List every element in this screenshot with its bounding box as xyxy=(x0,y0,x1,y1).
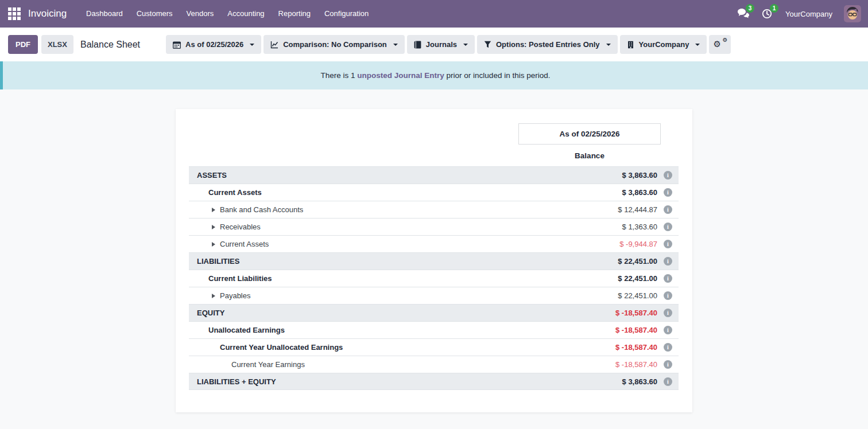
info-icon[interactable]: i xyxy=(664,223,672,231)
chevron-down-icon xyxy=(393,44,398,46)
options-filter-button[interactable]: Options: Posted Entries Only xyxy=(477,35,618,54)
export-xlsx-button[interactable]: XLSX xyxy=(41,35,73,54)
nav-item-configuration[interactable]: Configuration xyxy=(317,0,375,28)
info-icon[interactable]: i xyxy=(664,326,672,334)
row-label: Current Assets xyxy=(208,188,262,197)
info-icon[interactable]: i xyxy=(664,257,672,266)
balance-column-label: Balance xyxy=(518,151,661,160)
banner-text-before: There is 1 xyxy=(321,71,358,80)
row-label: Current Year Unallocated Earnings xyxy=(220,343,343,352)
table-row[interactable]: Bank and Cash Accounts$ 12,444.87i xyxy=(189,201,679,218)
control-panel: PDF XLSX Balance Sheet As of 02/25/2026 … xyxy=(0,28,868,61)
row-label: Receivables xyxy=(220,223,261,231)
row-label: EQUITY xyxy=(197,309,224,317)
balance-sheet-card: As of 02/25/2026 Balance ASSETS$ 3,863.6… xyxy=(176,109,692,412)
row-value: $ -18,587.40 xyxy=(615,326,657,334)
company-filter-button[interactable]: YourCompany xyxy=(620,35,707,54)
messages-count-badge: 3 xyxy=(746,4,754,13)
table-row[interactable]: Receivables$ 1,363.60i xyxy=(189,218,679,235)
table-row[interactable]: Current Liabilities$ 22,451.00i xyxy=(189,270,679,287)
report-table: ASSETS$ 3,863.60iCurrent Assets$ 3,863.6… xyxy=(189,166,679,390)
messages-icon[interactable]: 3 xyxy=(737,8,750,20)
table-row[interactable]: Current Year Earnings$ -18,587.40i xyxy=(189,356,679,373)
page-title: Balance Sheet xyxy=(80,40,140,50)
row-label: Current Assets xyxy=(220,240,269,248)
nav-item-reporting[interactable]: Reporting xyxy=(272,0,317,28)
caret-right-icon xyxy=(212,208,215,212)
info-icon[interactable]: i xyxy=(664,360,672,369)
unposted-journal-entry-link[interactable]: unposted Journal Entry xyxy=(357,71,444,80)
row-label: Current Year Earnings xyxy=(231,360,305,369)
app-name[interactable]: Invoicing xyxy=(28,8,67,20)
date-filter-label: As of 02/25/2026 xyxy=(185,40,243,49)
table-row[interactable]: Current Year Unallocated Earnings$ -18,5… xyxy=(189,338,679,356)
company-building-icon xyxy=(627,41,634,49)
table-row[interactable]: Payables$ 22,451.00i xyxy=(189,287,679,304)
nav-item-accounting[interactable]: Accounting xyxy=(220,0,271,28)
export-pdf-button[interactable]: PDF xyxy=(8,35,38,54)
info-icon[interactable]: i xyxy=(664,274,672,283)
row-label: LIABILITIES xyxy=(197,257,239,266)
row-value: $ 22,451.00 xyxy=(618,257,657,266)
row-label: Current Liabilities xyxy=(208,274,272,283)
top-navbar: Invoicing Dashboard Customers Vendors Ac… xyxy=(0,0,868,28)
table-row[interactable]: Unallocated Earnings$ -18,587.40i xyxy=(189,321,679,338)
caret-right-icon xyxy=(212,225,215,229)
info-icon[interactable]: i xyxy=(664,171,672,180)
chevron-down-icon xyxy=(695,44,700,46)
info-icon[interactable]: i xyxy=(664,377,672,386)
table-row[interactable]: ASSETS$ 3,863.60i xyxy=(189,166,679,184)
user-company-name[interactable]: YourCompany xyxy=(785,10,832,18)
info-icon[interactable]: i xyxy=(664,188,672,197)
report-settings-button[interactable]: ⚙ ⚙ xyxy=(709,35,731,54)
unposted-entries-banner: There is 1 unposted Journal Entry prior … xyxy=(0,61,868,89)
info-icon[interactable]: i xyxy=(664,309,672,317)
filter-bar: As of 02/25/2026 Comparison: No Comparis… xyxy=(166,35,731,54)
journals-filter-button[interactable]: Journals xyxy=(407,35,475,54)
info-icon[interactable]: i xyxy=(664,343,672,352)
chevron-down-icon xyxy=(250,44,254,46)
caret-right-icon xyxy=(212,242,215,247)
comparison-filter-label: Comparison: No Comparison xyxy=(283,40,387,49)
date-filter-button[interactable]: As of 02/25/2026 xyxy=(166,35,261,54)
info-icon[interactable]: i xyxy=(664,240,672,248)
row-value: $ 12,444.87 xyxy=(618,205,657,214)
journal-book-icon xyxy=(414,41,421,49)
banner-text-after: prior or included in this period. xyxy=(444,71,551,80)
row-label: ASSETS xyxy=(197,171,227,180)
row-label: Bank and Cash Accounts xyxy=(220,205,303,214)
journals-filter-label: Journals xyxy=(426,40,457,49)
user-avatar[interactable] xyxy=(844,5,861,22)
row-value: $ -18,587.40 xyxy=(615,360,657,369)
activities-icon[interactable]: 1 xyxy=(761,8,774,20)
table-row[interactable]: EQUITY$ -18,587.40i xyxy=(189,304,679,321)
line-chart-icon xyxy=(270,41,278,49)
nav-item-vendors[interactable]: Vendors xyxy=(180,0,221,28)
row-label: Payables xyxy=(220,291,250,300)
row-value: $ 1,363.60 xyxy=(622,223,657,231)
nav-item-dashboard[interactable]: Dashboard xyxy=(79,0,130,28)
table-row[interactable]: LIABILITIES$ 22,451.00i xyxy=(189,252,679,270)
company-filter-label: YourCompany xyxy=(639,40,689,49)
main-menu: Dashboard Customers Vendors Accounting R… xyxy=(79,0,375,28)
apps-grid-icon[interactable] xyxy=(8,7,21,20)
row-value: $ -18,587.40 xyxy=(615,343,657,352)
table-row[interactable]: Current Assets$ 3,863.60i xyxy=(189,184,679,201)
nav-item-customers[interactable]: Customers xyxy=(130,0,180,28)
row-value: $ 3,863.60 xyxy=(622,377,657,386)
row-label: LIABILITIES + EQUITY xyxy=(197,377,276,386)
chevron-down-icon xyxy=(463,44,468,46)
info-icon[interactable]: i xyxy=(664,291,672,300)
comparison-filter-button[interactable]: Comparison: No Comparison xyxy=(264,35,405,54)
table-row[interactable]: LIABILITIES + EQUITY$ 3,863.60i xyxy=(189,373,679,390)
table-row[interactable]: Current Assets$ -9,944.87i xyxy=(189,235,679,252)
info-icon[interactable]: i xyxy=(664,205,672,214)
gears-icon-small: ⚙ xyxy=(723,37,728,43)
row-value: $ 3,863.60 xyxy=(622,188,657,197)
row-value: $ -18,587.40 xyxy=(615,309,657,317)
report-column-header: As of 02/25/2026 xyxy=(518,123,661,145)
row-label: Unallocated Earnings xyxy=(208,326,285,334)
row-value: $ 22,451.00 xyxy=(618,274,657,283)
row-value: $ 22,451.00 xyxy=(618,291,657,300)
chevron-down-icon xyxy=(606,44,611,46)
